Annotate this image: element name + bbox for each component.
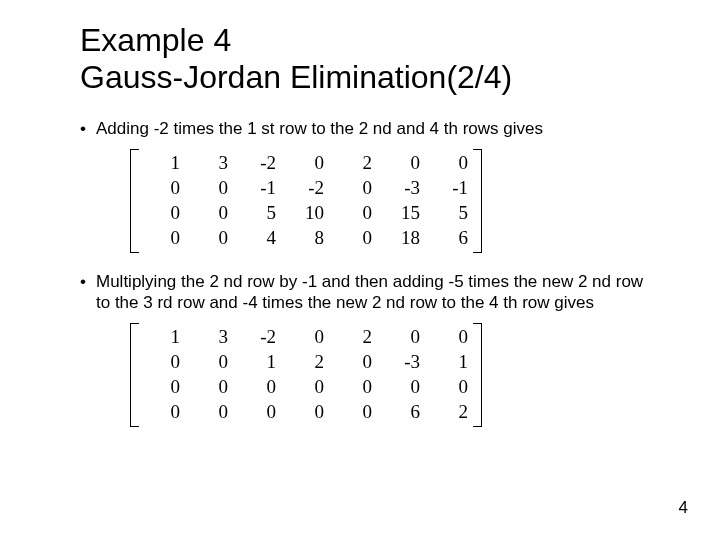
matrix-cell: 1 [426,350,474,375]
matrix-cell: 5 [426,201,474,226]
matrix-cell: 8 [282,226,330,251]
matrix-cell: 0 [378,375,426,400]
matrix-cell: 15 [378,201,426,226]
matrix-cell: 2 [426,400,474,425]
matrix-cell: 0 [426,151,474,176]
matrix-cell: 3 [186,151,234,176]
matrix-cell: 1 [138,325,186,350]
matrix-cell: 2 [282,350,330,375]
matrix-1-bracket: 1 3 -2 0 2 0 0 0 0 -1 -2 0 -3 [130,149,482,253]
matrix-cell: 0 [186,375,234,400]
matrix-cell: 0 [426,375,474,400]
matrix-cell: -2 [234,151,282,176]
matrix-cell: 6 [378,400,426,425]
matrix-cell: 6 [426,226,474,251]
matrix-cell: 5 [234,201,282,226]
matrix-cell: 0 [138,226,186,251]
matrix-2-table: 1 3 -2 0 2 0 0 0 0 1 2 0 -3 [138,325,474,425]
matrix-cell: 0 [282,325,330,350]
matrix-cell: 0 [234,400,282,425]
matrix-cell: 0 [186,400,234,425]
matrix-cell: 0 [138,375,186,400]
matrix-cell: 0 [138,350,186,375]
matrix-cell: 0 [186,226,234,251]
matrix-cell: 0 [330,201,378,226]
matrix-cell: 1 [138,151,186,176]
matrix-cell: -3 [378,350,426,375]
matrix-cell: 0 [186,201,234,226]
page-number: 4 [679,498,688,518]
matrix-1: 1 3 -2 0 2 0 0 0 0 -1 -2 0 -3 [130,149,482,253]
matrix-cell: 1 [234,350,282,375]
bullet-2: Multiplying the 2 nd row by -1 and then … [80,271,650,314]
matrix-cell: -2 [282,176,330,201]
matrix-cell: 0 [426,325,474,350]
matrix-cell: 0 [378,325,426,350]
matrix-cell: 0 [138,176,186,201]
matrix-cell: 10 [282,201,330,226]
matrix-cell: 0 [330,375,378,400]
matrix-cell: -3 [378,176,426,201]
matrix-cell: 0 [186,176,234,201]
matrix-cell: 4 [234,226,282,251]
matrix-cell: 0 [330,400,378,425]
matrix-cell: 0 [138,400,186,425]
matrix-cell: 2 [330,151,378,176]
bullet-1: Adding -2 times the 1 st row to the 2 nd… [80,118,650,139]
slide-body: Adding -2 times the 1 st row to the 2 nd… [80,118,650,445]
matrix-cell: -2 [234,325,282,350]
slide: Example 4 Gauss-Jordan Elimination(2/4) … [0,0,720,540]
matrix-cell: 0 [138,201,186,226]
matrix-cell: 0 [378,151,426,176]
matrix-1-table: 1 3 -2 0 2 0 0 0 0 -1 -2 0 -3 [138,151,474,251]
matrix-cell: 0 [186,350,234,375]
matrix-cell: 3 [186,325,234,350]
matrix-cell: 0 [282,400,330,425]
matrix-2: 1 3 -2 0 2 0 0 0 0 1 2 0 -3 [130,323,482,427]
slide-title: Example 4 Gauss-Jordan Elimination(2/4) [80,22,512,96]
matrix-cell: 0 [330,350,378,375]
title-line-2: Gauss-Jordan Elimination(2/4) [80,59,512,96]
matrix-cell: -1 [234,176,282,201]
matrix-cell: 0 [234,375,282,400]
matrix-cell: 0 [330,226,378,251]
matrix-cell: 0 [282,151,330,176]
matrix-cell: 0 [330,176,378,201]
matrix-cell: 0 [282,375,330,400]
title-line-1: Example 4 [80,22,512,59]
matrix-cell: 18 [378,226,426,251]
matrix-cell: -1 [426,176,474,201]
matrix-2-bracket: 1 3 -2 0 2 0 0 0 0 1 2 0 -3 [130,323,482,427]
matrix-cell: 2 [330,325,378,350]
